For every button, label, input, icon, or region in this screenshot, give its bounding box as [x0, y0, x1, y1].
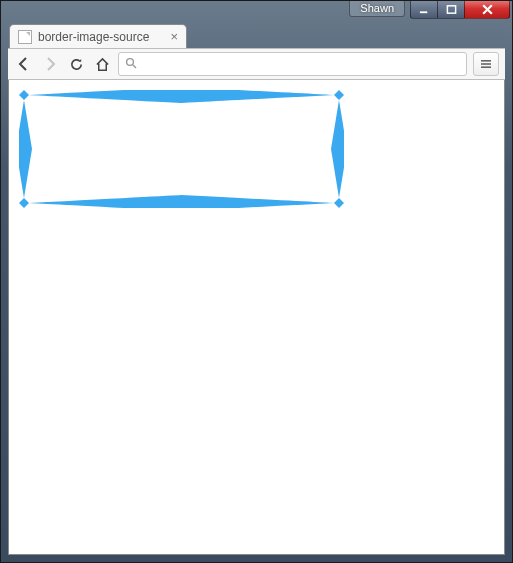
- address-input[interactable]: [143, 57, 460, 72]
- window-titlebar: Shawn: [1, 1, 512, 21]
- svg-rect-1: [447, 6, 455, 13]
- browser-toolbar: [8, 48, 505, 80]
- file-icon: [18, 30, 32, 44]
- reload-button[interactable]: [66, 54, 86, 74]
- hamburger-icon: [479, 57, 493, 71]
- maximize-button[interactable]: [437, 1, 465, 19]
- menu-button[interactable]: [473, 52, 499, 76]
- border-image-demo: [19, 90, 344, 208]
- address-bar[interactable]: [118, 52, 467, 76]
- svg-rect-4: [481, 60, 491, 62]
- svg-point-2: [127, 58, 134, 65]
- arrow-right-icon: [42, 56, 58, 72]
- window-close-button[interactable]: [464, 1, 510, 19]
- page-viewport: [8, 80, 505, 555]
- forward-button[interactable]: [40, 54, 60, 74]
- svg-rect-5: [481, 63, 491, 65]
- tab-strip: border-image-source ×: [1, 21, 512, 48]
- arrow-left-icon: [16, 56, 32, 72]
- browser-tab[interactable]: border-image-source ×: [9, 24, 187, 48]
- home-button[interactable]: [92, 54, 112, 74]
- home-icon: [95, 57, 110, 72]
- search-icon: [125, 57, 137, 72]
- svg-line-3: [133, 65, 136, 68]
- user-badge[interactable]: Shawn: [349, 1, 405, 17]
- back-button[interactable]: [14, 54, 34, 74]
- minimize-button[interactable]: [410, 1, 438, 19]
- browser-window: Shawn border-image-source ×: [0, 0, 513, 563]
- tab-close-icon[interactable]: ×: [170, 30, 178, 43]
- tab-title: border-image-source: [38, 30, 164, 44]
- reload-icon: [69, 57, 84, 72]
- svg-rect-6: [481, 66, 491, 68]
- svg-rect-0: [419, 11, 426, 13]
